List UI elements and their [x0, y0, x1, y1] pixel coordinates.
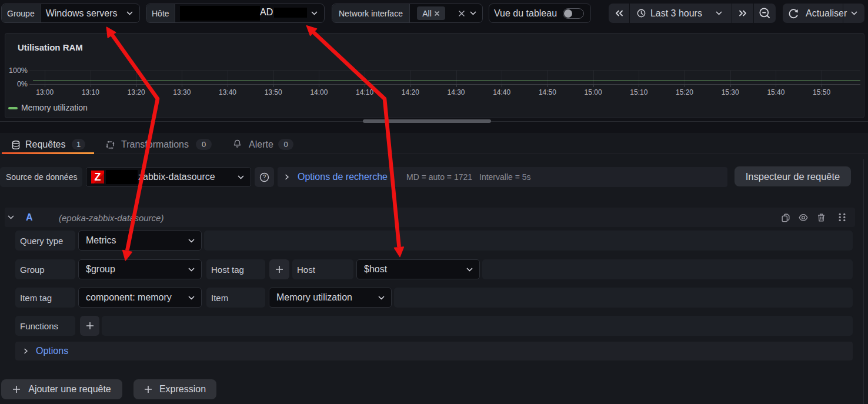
svg-text:?: ? [263, 174, 266, 181]
